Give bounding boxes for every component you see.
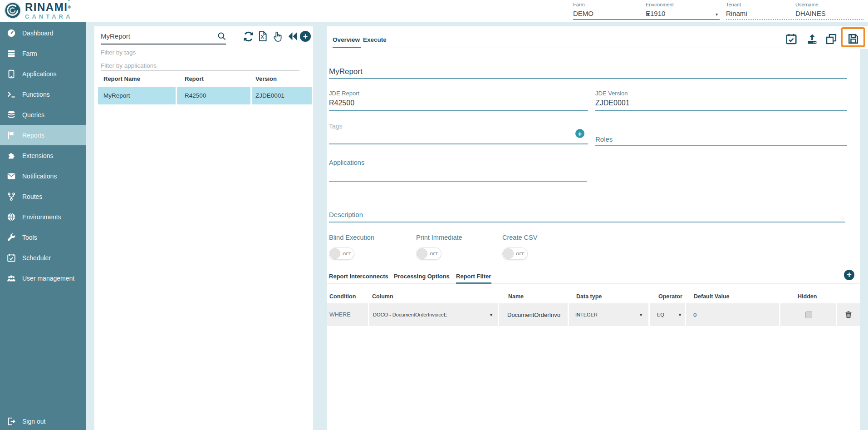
save-button[interactable] (847, 33, 860, 45)
applications-label: Applications (329, 159, 364, 166)
blind-execution-label: Blind Execution (329, 234, 374, 241)
name-cell[interactable]: DocumentOrderInvo (499, 303, 568, 326)
print-immediate-toggle[interactable]: OFF (416, 247, 441, 260)
sign-out-button[interactable]: Sign out (6, 416, 45, 426)
copy-button[interactable] (825, 33, 838, 45)
resize-handle-icon[interactable] (839, 214, 844, 222)
create-csv-toggle[interactable]: OFF (502, 247, 528, 260)
filter-col-column: Column (372, 293, 393, 300)
report-detail-panel: Overview Execute MyReport JDE Report R42… (327, 26, 868, 430)
refresh-button[interactable] (242, 30, 255, 43)
applications-field[interactable] (329, 181, 587, 182)
dashboard-icon (6, 28, 16, 38)
filter-table-row: WHERE DOCO - DocumentOrderInvoiceE ▾ Doc… (327, 303, 860, 326)
roles-label: Roles (595, 135, 613, 143)
sidebar-item-extensions[interactable]: Extensions (0, 145, 86, 166)
farm-label: Farm (573, 2, 651, 8)
sidebar-item-user-management[interactable]: User management (0, 268, 86, 288)
report-name-field[interactable]: MyReport (329, 67, 363, 76)
app: RINAMI® CANTARA Farm DEMO ▾ Environment … (0, 0, 868, 430)
column-header-report: Report (185, 75, 204, 82)
sidebar-item-routes[interactable]: Routes (0, 186, 86, 207)
tenant-field[interactable]: Tenant Rinami (726, 2, 794, 18)
sidebar-item-tools[interactable]: Tools (0, 227, 86, 247)
report-list-row-selected[interactable]: MyReport R42500 ZJDE0001 (98, 87, 312, 104)
chevron-down-icon: ▾ (679, 312, 681, 317)
sidebar-item-scheduler[interactable]: Scheduler (0, 247, 86, 268)
sidebar-item-farm[interactable]: Farm (0, 43, 86, 64)
sidebar-item-dashboard[interactable]: Dashboard (0, 23, 86, 43)
upload-button[interactable] (806, 33, 819, 45)
tools-icon (6, 232, 16, 242)
brand-subname: CANTARA (25, 14, 73, 20)
description-field[interactable] (329, 222, 845, 222)
add-filter-button[interactable]: + (844, 270, 854, 280)
main-scrollbar-track[interactable] (860, 49, 868, 430)
jde-version-label: JDE Version (595, 90, 628, 97)
sidebar: Dashboard Farm Applications Functions Qu… (0, 22, 86, 430)
tenant-label: Tenant (726, 2, 794, 8)
blind-execution-toggle[interactable]: OFF (329, 247, 354, 260)
tab-execute[interactable]: Execute (363, 36, 387, 43)
add-report-button[interactable]: + (300, 31, 311, 42)
report-cell: R42500 (177, 87, 250, 104)
jde-report-field[interactable]: R42500 (329, 99, 354, 107)
brand-name: RINAMI® (25, 1, 73, 13)
sidebar-item-queries[interactable]: Queries (0, 104, 86, 125)
tenant-value: Rinami (726, 9, 794, 18)
condition-cell: WHERE (327, 303, 368, 326)
column-dropdown[interactable]: DOCO - DocumentOrderInvoiceE ▾ (369, 303, 498, 326)
environment-label: Environment (646, 2, 720, 8)
tags-field[interactable]: Tags (329, 123, 343, 130)
data-type-dropdown[interactable]: INTEGER ▾ (569, 303, 648, 326)
filter-col-hidden: Hidden (798, 293, 817, 300)
sidebar-item-environments[interactable]: Environments (0, 207, 86, 227)
search-icon[interactable] (217, 31, 226, 43)
username-field[interactable]: Username DHAINES (795, 2, 863, 18)
jde-version-field[interactable]: ZJDE0001 (595, 99, 630, 107)
brand-logo[interactable]: RINAMI® CANTARA (4, 1, 73, 21)
filter-by-applications-input[interactable] (101, 61, 296, 70)
trash-icon[interactable] (844, 310, 853, 319)
farm-icon (6, 49, 16, 59)
chevron-down-icon: ▾ (490, 312, 492, 317)
notifications-icon (6, 171, 16, 181)
column-header-report-name: Report Name (103, 75, 140, 82)
environment-value: E1910 (646, 9, 720, 18)
chevron-down-icon[interactable]: ▾ (716, 12, 718, 17)
farm-select[interactable]: Farm DEMO ▾ (573, 2, 651, 18)
hidden-checkbox[interactable] (805, 311, 812, 318)
sidebar-item-functions[interactable]: Functions (0, 84, 86, 104)
search-input[interactable] (101, 30, 216, 42)
tab-overview[interactable]: Overview (333, 36, 360, 43)
chevron-down-icon: ▾ (640, 312, 642, 317)
sidebar-item-reports[interactable]: Reports (0, 125, 86, 145)
schedule-button[interactable] (785, 33, 798, 45)
rewind-button[interactable] (286, 30, 299, 43)
routes-icon (6, 192, 16, 202)
add-tag-button[interactable]: + (575, 129, 584, 138)
users-icon (6, 273, 16, 283)
environment-select[interactable]: Environment E1910 ▾ (646, 2, 720, 18)
default-value-cell[interactable]: 0 (686, 303, 779, 326)
excel-export-button[interactable]: X (256, 30, 269, 43)
column-header-version: Version (255, 75, 277, 82)
filter-by-tags-input[interactable] (101, 48, 296, 57)
filter-col-name: Name (508, 293, 524, 300)
roles-field[interactable] (595, 145, 847, 146)
sidebar-item-notifications[interactable]: Notifications (0, 166, 86, 186)
tab-report-interconnects[interactable]: Report Interconnects (329, 273, 388, 280)
sidebar-item-applications[interactable]: Applications (0, 64, 86, 84)
operator-dropdown[interactable]: EQ ▾ (650, 303, 685, 326)
tab-processing-options[interactable]: Processing Options (394, 273, 450, 280)
hand-pointer-button[interactable] (270, 30, 283, 43)
sign-out-icon (6, 416, 16, 426)
environments-icon (6, 212, 16, 222)
filter-col-default-value: Default Value (694, 293, 730, 300)
print-immediate-label: Print Immediate (416, 234, 462, 241)
tab-report-filter[interactable]: Report Filter (456, 273, 491, 280)
filter-col-condition: Condition (329, 293, 356, 300)
reports-icon (6, 130, 16, 140)
hidden-cell (780, 303, 836, 326)
report-list-panel: X + Report Name Report Version MyReport … (94, 26, 313, 430)
